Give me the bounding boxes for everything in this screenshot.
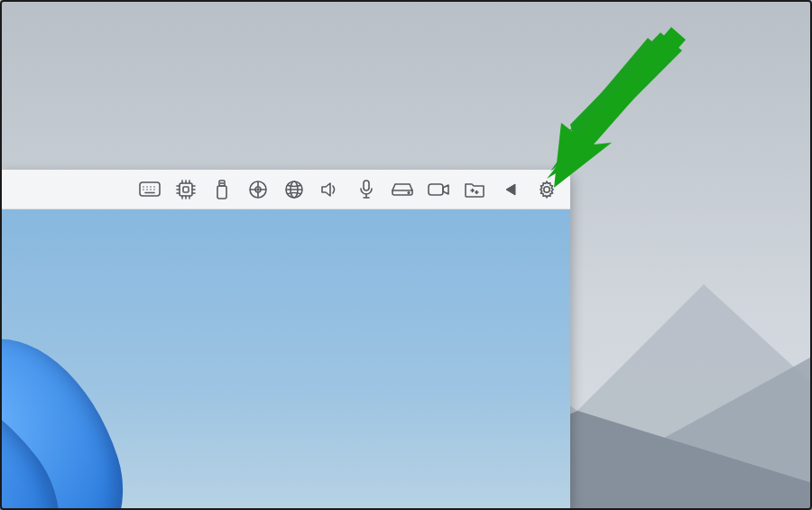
cpu-icon[interactable] [175, 179, 197, 200]
sound-icon[interactable] [319, 179, 341, 200]
host-desktop [0, 0, 812, 510]
svg-rect-11 [183, 187, 189, 192]
svg-point-44 [544, 186, 549, 191]
svg-marker-45 [550, 38, 671, 172]
settings-gear-icon[interactable] [536, 179, 558, 200]
svg-rect-38 [364, 181, 369, 190]
svg-rect-24 [219, 181, 225, 186]
svg-rect-0 [140, 182, 160, 196]
svg-marker-46 [547, 32, 682, 179]
keyboard-icon[interactable] [139, 179, 161, 200]
usb-icon[interactable] [211, 179, 233, 200]
vm-status-toolbar [0, 170, 570, 209]
svg-point-30 [257, 189, 259, 190]
guest-wallpaper-bloom [0, 329, 217, 510]
disk-icon[interactable] [392, 179, 413, 200]
svg-rect-27 [217, 186, 226, 199]
network-icon[interactable] [283, 179, 305, 200]
guest-desktop [0, 209, 570, 510]
microphone-icon[interactable] [355, 179, 377, 200]
svg-rect-10 [180, 183, 192, 196]
svg-rect-43 [429, 184, 443, 195]
collapse-icon[interactable] [500, 179, 521, 200]
shared-folder-icon[interactable] [464, 179, 485, 200]
camera-icon[interactable] [428, 179, 449, 200]
vm-window [0, 170, 570, 510]
svg-point-42 [408, 191, 410, 193]
optical-disc-icon[interactable] [247, 179, 269, 200]
